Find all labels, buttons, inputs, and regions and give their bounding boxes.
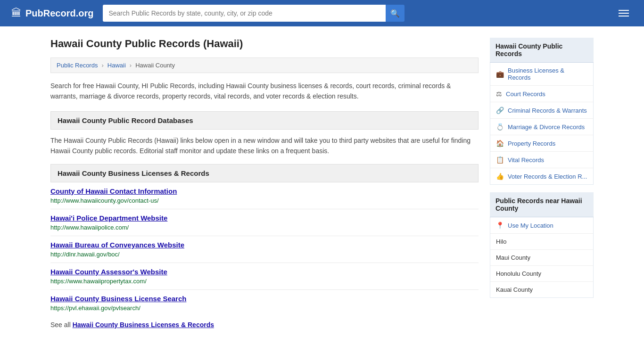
nearby-item: Hilo [490,234,593,250]
sidebar-records-link-5[interactable]: 📋 Vital Records [490,152,593,168]
search-input[interactable] [103,5,386,22]
record-title-4[interactable]: Hawaii County Business License Search [50,295,479,303]
sidebar-records-label-4: Property Records [508,140,555,147]
sidebar-nearby-section: Public Records near Hawaii County 📍 Use … [490,192,594,298]
nearby-use-location[interactable]: 📍 Use My Location [490,217,593,233]
search-area: 🔍 [103,5,405,22]
nearby-label-2: Maui County [496,254,530,261]
record-url-4[interactable]: https://pvl.ehawaii.gov/pvlsearch/ [50,304,140,312]
sidebar-icon-4: 🏠 [496,140,504,147]
logo[interactable]: 🏛 PubRecord.org [11,7,93,19]
sidebar-records-item: 🏠 Property Records [490,135,593,152]
search-icon: 🔍 [390,9,400,18]
breadcrumb: Public Records › Hawaii › Hawaii County [50,58,479,73]
nearby-item: Honolulu County [490,266,593,282]
record-url-0[interactable]: http://www.hawaiicounty.gov/contact-us/ [50,197,159,204]
record-title-3[interactable]: Hawaii County Assessor's Website [50,268,479,276]
sidebar-records-item: 🔗 Criminal Records & Warrants [490,102,593,119]
record-title-2[interactable]: Hawaii Bureau of Conveyances Website [50,241,479,249]
sidebar-nearby-title: Public Records near Hawaii County [490,192,594,217]
record-url-3[interactable]: https://www.hawaiipropertytax.com/ [50,278,147,285]
record-item: Hawaii County Assessor's Website https:/… [50,263,479,290]
nearby-item: 📍 Use My Location [490,217,593,234]
sidebar-icon-2: 🔗 [496,107,504,114]
db-section-header: Hawaii County Public Record Databases [50,111,479,130]
search-button[interactable]: 🔍 [386,5,405,22]
sidebar-icon-3: 💍 [496,123,504,131]
sidebar-records-label-2: Criminal Records & Warrants [508,107,587,114]
record-item: County of Hawaii Contact Information htt… [50,182,479,209]
see-all-link[interactable]: Hawaii County Business Licenses & Record… [73,321,214,329]
sidebar-records-label-5: Vital Records [508,156,544,164]
sidebar-icon-0: 💼 [496,70,504,78]
nearby-label-4: Kauai County [496,286,533,293]
menu-button[interactable] [615,8,633,18]
sidebar-records-label-3: Marriage & Divorce Records [508,123,585,131]
hamburger-icon [619,13,629,14]
sidebar-icon-1: ⚖ [496,90,502,98]
sidebar-records-link-2[interactable]: 🔗 Criminal Records & Warrants [490,102,593,118]
sidebar-records-link-6[interactable]: 👍 Voter Records & Election R... [490,168,593,184]
nearby-label-1: Hilo [496,238,506,245]
nearby-label-0: Use My Location [508,222,553,229]
logo-icon: 🏛 [11,7,22,19]
nearby-link-1[interactable]: Hilo [490,234,593,249]
nearby-item: Maui County [490,250,593,266]
sidebar-records-link-3[interactable]: 💍 Marriage & Divorce Records [490,119,593,135]
see-all-text: See all [50,321,73,329]
nearby-link-3[interactable]: Honolulu County [490,266,593,281]
record-title-0[interactable]: County of Hawaii Contact Information [50,187,479,195]
nearby-item: Kauai County [490,282,593,297]
db-description: The Hawaii County Public Records (Hawaii… [50,135,479,156]
sidebar: Hawaii County Public Records 💼 Business … [490,38,594,330]
logo-text: PubRecord.org [25,8,93,19]
record-url-2[interactable]: http://dlnr.hawaii.gov/boc/ [50,251,120,258]
record-item: Hawaii County Business License Search ht… [50,290,479,316]
record-url-1[interactable]: http://www.hawaiipolice.com/ [50,224,129,231]
breadcrumb-hawaii[interactable]: Hawaii [107,62,126,69]
biz-section-header: Hawaii County Business Licenses & Record… [50,164,479,182]
sidebar-records-item: 💍 Marriage & Divorce Records [490,119,593,135]
sidebar-records-title: Hawaii County Public Records [490,38,594,63]
sidebar-records-link-0[interactable]: 💼 Business Licenses & Records [490,63,593,85]
breadcrumb-current: Hawaii County [135,62,175,69]
sidebar-records-section: Hawaii County Public Records 💼 Business … [490,38,594,185]
hamburger-icon [619,10,629,11]
nearby-label-3: Honolulu County [496,270,541,277]
sidebar-records-item: 👍 Voter Records & Election R... [490,168,593,184]
sidebar-icon-6: 👍 [496,173,504,180]
sidebar-records-label-0: Business Licenses & Records [508,67,587,81]
hamburger-icon [619,16,629,16]
nearby-link-2[interactable]: Maui County [490,250,593,265]
nearby-link-4[interactable]: Kauai County [490,282,593,297]
sidebar-records-label-1: Court Records [506,90,545,98]
record-item: Hawai'i Police Department Website http:/… [50,209,479,236]
record-title-1[interactable]: Hawai'i Police Department Website [50,214,479,222]
record-item: Hawaii Bureau of Conveyances Website htt… [50,236,479,263]
sidebar-nearby-list: 📍 Use My Location Hilo Maui County Honol… [490,217,594,298]
sidebar-records-item: ⚖ Court Records [490,86,593,102]
sidebar-records-item: 📋 Vital Records [490,152,593,168]
sidebar-records-link-1[interactable]: ⚖ Court Records [490,86,593,102]
records-list: County of Hawaii Contact Information htt… [50,182,479,316]
sidebar-records-link-4[interactable]: 🏠 Property Records [490,135,593,151]
intro-text: Search for free Hawaii County, HI Public… [50,81,479,102]
sidebar-records-list: 💼 Business Licenses & Records ⚖ Court Re… [490,63,594,185]
page-title: Hawaii County Public Records (Hawaii) [50,38,479,50]
location-pin-icon: 📍 [496,222,504,229]
sidebar-records-label-6: Voter Records & Election R... [508,173,587,180]
see-all-row: See all Hawaii County Business Licenses … [50,316,479,330]
sidebar-icon-5: 📋 [496,156,504,164]
breadcrumb-public-records[interactable]: Public Records [57,62,98,69]
sidebar-records-item: 💼 Business Licenses & Records [490,63,593,86]
